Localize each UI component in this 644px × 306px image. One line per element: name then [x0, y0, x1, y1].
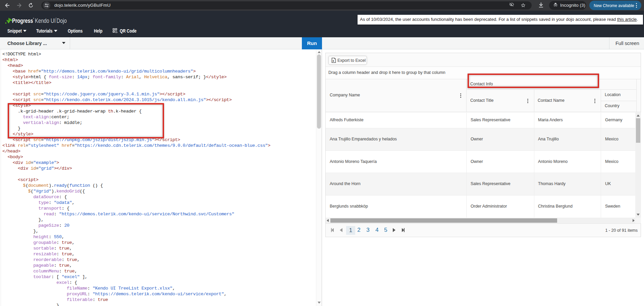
svg-text:x: x: [332, 59, 334, 62]
